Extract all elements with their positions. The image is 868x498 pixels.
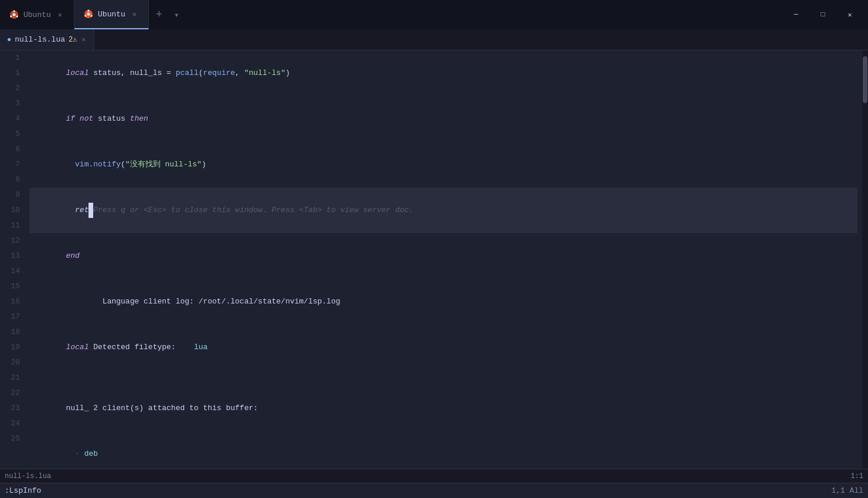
line-num-20: 19: [5, 340, 20, 355]
line-num-13: 12: [5, 233, 20, 248]
line-num-8: 7: [5, 157, 20, 172]
line-num-17: 16: [5, 294, 20, 309]
lua-file-icon: ●: [7, 36, 11, 44]
line-num-22: 21: [5, 370, 20, 386]
status-left: null-ls.lua: [5, 472, 51, 480]
line-num-18: 17: [5, 309, 20, 325]
status-position: 1:1: [850, 472, 863, 480]
kw-local-1: local: [66, 69, 88, 77]
tab-label-1: Ubuntu: [23, 11, 51, 19]
svg-point-6: [87, 13, 90, 16]
code-content[interactable]: local status, null_ls = pcall(require, "…: [25, 50, 862, 469]
ubuntu-icon-1: [9, 10, 19, 19]
line-num-19: 18: [5, 325, 20, 340]
line-num-25: 24: [5, 416, 20, 431]
code-line-1: local status, null_ls = pcall(require, "…: [29, 50, 857, 96]
file-tab-name: null-ls.lua: [15, 35, 65, 44]
tab-ubuntu-1[interactable]: Ubuntu ✕: [0, 0, 74, 29]
tab-close-2[interactable]: ✕: [130, 9, 139, 20]
line-num-24: 23: [5, 401, 20, 416]
file-tab-close[interactable]: ✕: [80, 35, 87, 45]
line-num-3: 2: [5, 81, 20, 96]
code-line-6: Language client log: /root/.local/state/…: [29, 279, 857, 325]
code-line-3: vim.notify("没有找到 null-ls"): [29, 142, 857, 187]
file-tab-bar: ● null-ls.lua 2⚠ ✕: [0, 29, 868, 50]
scrollbar[interactable]: [862, 50, 868, 469]
svg-point-3: [16, 16, 18, 18]
line-num-23: 22: [5, 386, 20, 401]
svg-point-7: [88, 10, 90, 12]
maximize-button[interactable]: □: [809, 0, 836, 29]
status-right: 1:1: [850, 472, 863, 480]
line-num-5: 4: [5, 111, 20, 127]
code-line-4-popup: ret Press q or <Esc> to close this windo…: [29, 187, 857, 233]
tab-area: Ubuntu ✕ Ubuntu ✕ + ▾: [0, 0, 778, 29]
scrollbar-thumb: [863, 56, 867, 103]
line-num-2: 1: [5, 66, 20, 81]
tab-close-1[interactable]: ✕: [56, 9, 64, 21]
code-line-10: · deb: [29, 431, 857, 469]
tab-ubuntu-2[interactable]: Ubuntu ✕: [74, 0, 149, 29]
code-line-2: if not status then: [29, 96, 857, 142]
line-num-16: 15: [5, 279, 20, 294]
line-numbers: 1 1 2 3 4 5 6 7 8 9 10 11 12 13 14 15 16…: [0, 50, 25, 469]
line-num-11: 10: [5, 203, 20, 218]
command-text: :LspInfo: [5, 486, 41, 495]
line-num-6: 5: [5, 127, 20, 142]
line-num-1: 1: [5, 50, 20, 66]
minimize-button[interactable]: ─: [782, 0, 809, 29]
line-num-26: 25: [5, 431, 20, 446]
file-tab-null-ls[interactable]: ● null-ls.lua 2⚠ ✕: [0, 29, 94, 50]
command-line[interactable]: :LspInfo 1,1 All: [0, 483, 868, 498]
line-num-10: 9: [5, 187, 20, 203]
line-num-21: 20: [5, 355, 20, 370]
svg-point-9: [84, 15, 86, 17]
line-num-14: 13: [5, 248, 20, 264]
code-line-8: [29, 370, 857, 386]
ubuntu-icon-2: [84, 9, 93, 19]
code-area: 1 1 2 3 4 5 6 7 8 9 10 11 12 13 14 15 16…: [0, 50, 868, 469]
line-num-15: 14: [5, 264, 20, 279]
line-num-7: 6: [5, 142, 20, 157]
line-num-9: 8: [5, 172, 20, 187]
status-bar: null-ls.lua 1:1: [0, 469, 868, 483]
title-bar: Ubuntu ✕ Ubuntu ✕ + ▾ ─ □ ✕: [0, 0, 868, 29]
command-position: 1,1 All: [831, 486, 863, 495]
tab-add-button[interactable]: +: [149, 0, 169, 29]
svg-point-2: [13, 11, 15, 12]
window-controls: ─ □ ✕: [778, 0, 868, 29]
code-line-7: local Detected filetype: lua: [29, 325, 857, 370]
svg-point-1: [13, 13, 16, 16]
warning-badge: 2⚠: [69, 35, 77, 44]
tab-dropdown-button[interactable]: ▾: [169, 0, 183, 29]
close-button[interactable]: ✕: [836, 0, 863, 29]
all-label: All: [850, 486, 863, 495]
tab-label-2: Ubuntu: [98, 10, 125, 19]
svg-point-8: [91, 15, 93, 17]
svg-point-4: [10, 16, 12, 18]
code-line-9: null_ 2 client(s) attached to this buffe…: [29, 386, 857, 431]
status-filename: null-ls.lua: [5, 472, 51, 480]
line-num-4: 3: [5, 96, 20, 111]
code-line-5: end: [29, 233, 857, 279]
editor-container: ● null-ls.lua 2⚠ ✕ 1 1 2 3 4 5 6 7 8 9 1…: [0, 29, 868, 498]
line-num-12: 11: [5, 218, 20, 233]
